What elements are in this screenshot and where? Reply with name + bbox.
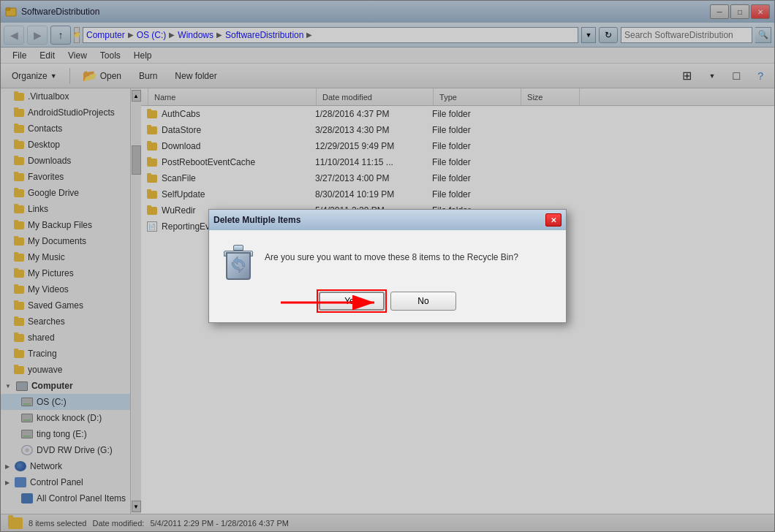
recycle-bin-handle <box>233 245 243 251</box>
delete-dialog: Delete Multiple Items ✕ Are you sure you… <box>208 209 567 323</box>
recycle-bin-body <box>226 252 251 280</box>
dialog-close-button[interactable]: ✕ <box>545 213 562 227</box>
dialog-title: Delete Multiple Items <box>213 215 300 225</box>
dialog-title-bar: Delete Multiple Items ✕ <box>209 210 566 230</box>
dialog-body: Are you sure you want to move these 8 it… <box>209 230 566 292</box>
dialog-buttons: Yes No <box>209 292 566 322</box>
no-button[interactable]: No <box>390 292 456 311</box>
recycle-bin-icon <box>224 245 253 280</box>
dialog-overlay: Delete Multiple Items ✕ Are you sure you… <box>0 0 775 532</box>
yes-button-container: Yes <box>319 292 385 311</box>
dialog-message: Are you sure you want to move these 8 it… <box>265 245 551 264</box>
recycle-arrows-icon <box>227 254 249 278</box>
yes-button[interactable]: Yes <box>319 292 385 311</box>
